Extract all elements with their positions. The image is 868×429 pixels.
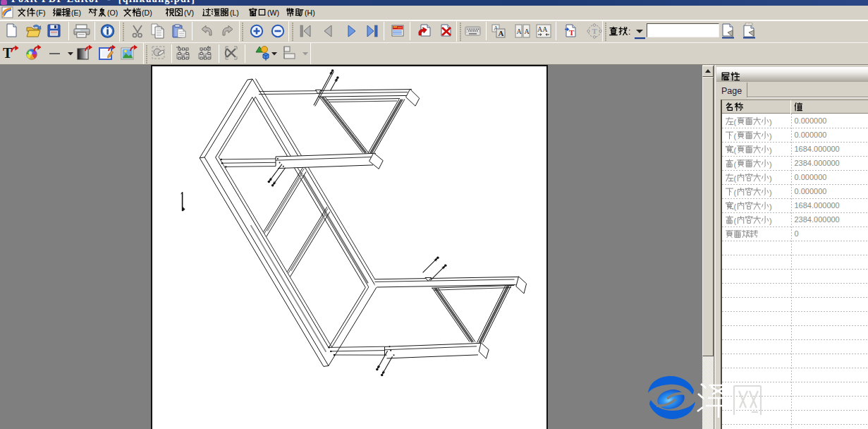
svg-text:0: 0 bbox=[795, 229, 799, 238]
svg-text:1684.000000: 1684.000000 bbox=[795, 201, 840, 210]
svg-text:): ) bbox=[769, 118, 772, 126]
svg-text:): ) bbox=[769, 160, 772, 169]
svg-text:(: ( bbox=[734, 118, 737, 126]
svg-text:2384.000000: 2384.000000 bbox=[795, 215, 840, 224]
svg-text:0.000000: 0.000000 bbox=[795, 187, 827, 195]
svg-text:): ) bbox=[769, 217, 772, 225]
svg-text:0.000000: 0.000000 bbox=[795, 131, 827, 139]
svg-text:0.000000: 0.000000 bbox=[795, 173, 827, 181]
svg-text:(: ( bbox=[734, 160, 737, 169]
svg-text:): ) bbox=[769, 132, 772, 140]
svg-text:(: ( bbox=[734, 203, 737, 211]
svg-text:(: ( bbox=[734, 188, 737, 197]
svg-text:(: ( bbox=[734, 146, 737, 155]
svg-text:1684.000000: 1684.000000 bbox=[795, 145, 840, 153]
svg-text:0.000000: 0.000000 bbox=[795, 116, 827, 125]
svg-text:): ) bbox=[769, 146, 772, 155]
svg-text:(: ( bbox=[734, 174, 737, 183]
svg-text:(: ( bbox=[734, 217, 737, 225]
svg-text:2384.000000: 2384.000000 bbox=[795, 159, 840, 167]
svg-text:): ) bbox=[769, 174, 772, 183]
svg-text:(: ( bbox=[734, 132, 737, 140]
svg-text:): ) bbox=[769, 188, 772, 197]
svg-text:): ) bbox=[769, 203, 772, 211]
